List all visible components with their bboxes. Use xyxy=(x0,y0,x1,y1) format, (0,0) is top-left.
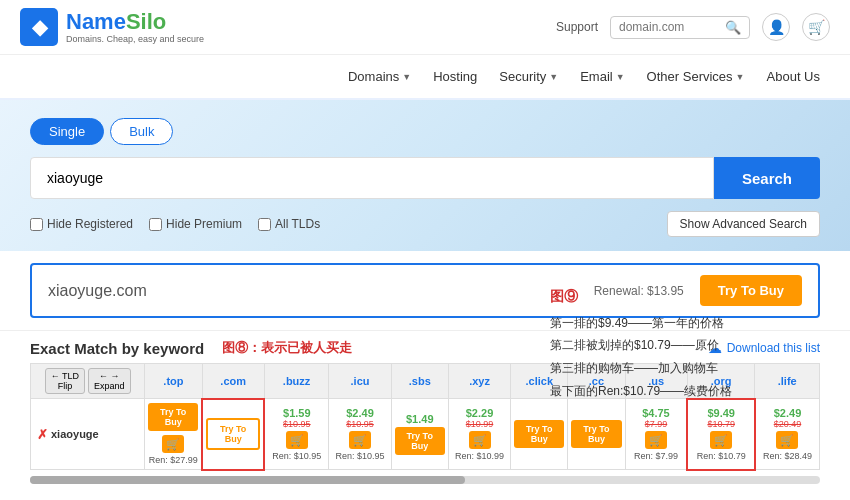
search-button[interactable]: Search xyxy=(714,157,820,199)
nav-bar: Domains▼ Hosting Security▼ Email▼ Other … xyxy=(0,55,850,100)
col-flip-expand: ← TLDFlip ← →Expand xyxy=(31,364,145,399)
cart-btn-org[interactable]: 🛒 xyxy=(710,431,732,449)
logo-icon: ◆ xyxy=(20,8,58,46)
chevron-down-icon: ▼ xyxy=(616,72,625,82)
renewal-text: Renewal: $13.95 xyxy=(594,284,684,298)
try-to-buy-click-button[interactable]: Try To Buy xyxy=(514,420,564,448)
cart-btn-buzz[interactable]: 🛒 xyxy=(286,431,308,449)
try-to-buy-sbs-button[interactable]: Try To Buy xyxy=(395,427,445,455)
price-xyz: $2.29 xyxy=(452,407,507,419)
strike-buzz: $10.95 xyxy=(268,419,325,429)
cart-btn-life[interactable]: 🛒 xyxy=(776,431,798,449)
col-life[interactable]: .life xyxy=(755,364,820,399)
tab-bulk[interactable]: Bulk xyxy=(110,118,173,145)
col-com[interactable]: .com xyxy=(202,364,264,399)
keyword-cell: ✗ xiaoyuge xyxy=(31,399,145,470)
price-cell-xyz: $2.29 $10.99 🛒 Ren: $10.99 xyxy=(448,399,510,470)
filter-row: Hide Registered Hide Premium All TLDs Sh… xyxy=(30,211,820,237)
try-to-buy-top-button[interactable]: Try To Buy xyxy=(148,403,198,431)
strike-icu: $10.95 xyxy=(332,419,387,429)
try-to-buy-cc-button[interactable]: Try To Buy xyxy=(571,420,621,448)
renewal-life: Ren: $28.49 xyxy=(759,451,816,461)
table-row: ✗ xiaoyuge Try To Buy 🛒 Ren: $27.99 Try … xyxy=(31,399,820,470)
results-header-left: Exact Match by keyword 图⑧：表示已被人买走 xyxy=(30,339,352,357)
logo-tagline: Domains. Cheap, easy and secure xyxy=(66,34,204,44)
price-cell-org: $9.49 $10.79 🛒 Ren: $10.79 xyxy=(687,399,755,470)
results-header: Exact Match by keyword 图⑧：表示已被人买走 ☁ Down… xyxy=(30,339,820,357)
strike-xyz: $10.99 xyxy=(452,419,507,429)
advanced-search-button[interactable]: Show Advanced Search xyxy=(667,211,820,237)
top-search-input[interactable] xyxy=(619,20,719,34)
cloud-download-icon: ☁ xyxy=(708,340,722,356)
chevron-down-icon: ▼ xyxy=(549,72,558,82)
logo-area: ◆ NameSilo Domains. Cheap, easy and secu… xyxy=(20,8,204,46)
domain-result-row: xiaoyuge.com Renewal: $13.95 Try To Buy xyxy=(30,263,820,318)
col-top[interactable]: .top xyxy=(145,364,202,399)
price-cell-us: $4.75 $7.99 🛒 Ren: $7.99 xyxy=(625,399,687,470)
cart-btn-xyz[interactable]: 🛒 xyxy=(469,431,491,449)
price-cell-icu: $2.49 $10.95 🛒 Ren: $10.95 xyxy=(329,399,391,470)
nav-item-email[interactable]: Email▼ xyxy=(570,55,634,98)
hide-registered-checkbox[interactable] xyxy=(30,218,43,231)
try-to-buy-main-button[interactable]: Try To Buy xyxy=(700,275,802,306)
col-org[interactable]: .org xyxy=(687,364,755,399)
domain-result-section: xiaoyuge.com Renewal: $13.95 Try To Buy xyxy=(0,251,850,331)
nav-item-other-services[interactable]: Other Services▼ xyxy=(637,55,755,98)
renewal-xyz: Ren: $10.99 xyxy=(452,451,507,461)
price-life: $2.49 xyxy=(759,407,816,419)
price-cell-life: $2.49 $20.49 🛒 Ren: $28.49 xyxy=(755,399,820,470)
expand-button[interactable]: ← →Expand xyxy=(88,368,131,394)
strike-us: $7.99 xyxy=(629,419,684,429)
col-cc[interactable]: .cc xyxy=(568,364,625,399)
price-sbs: $1.49 xyxy=(395,413,445,425)
price-cell-click: Try To Buy xyxy=(511,399,568,470)
try-to-buy-com-button[interactable]: Try To Buy xyxy=(206,418,260,450)
nav-item-domains[interactable]: Domains▼ xyxy=(338,55,421,98)
renewal-icu: Ren: $10.95 xyxy=(332,451,387,461)
cart-icon[interactable]: 🛒 xyxy=(802,13,830,41)
col-xyz[interactable]: .xyz xyxy=(448,364,510,399)
flip-button[interactable]: ← TLDFlip xyxy=(45,368,85,394)
all-tlds-checkbox[interactable] xyxy=(258,218,271,231)
renewal-org: Ren: $10.79 xyxy=(691,451,751,461)
price-buzz: $1.59 xyxy=(268,407,325,419)
tab-single[interactable]: Single xyxy=(30,118,104,145)
search-input[interactable] xyxy=(30,157,714,199)
chevron-down-icon: ▼ xyxy=(736,72,745,82)
user-icon[interactable]: 👤 xyxy=(762,13,790,41)
col-buzz[interactable]: .buzz xyxy=(264,364,328,399)
price-cell-sbs: $1.49 Try To Buy xyxy=(391,399,448,470)
price-us: $4.75 xyxy=(629,407,684,419)
filter-all-tlds[interactable]: All TLDs xyxy=(258,217,320,231)
price-cell-buzz: $1.59 $10.95 🛒 Ren: $10.95 xyxy=(264,399,328,470)
domain-result-right: Renewal: $13.95 Try To Buy xyxy=(594,275,802,306)
search-icon: 🔍 xyxy=(725,20,741,35)
price-cell-cc: Try To Buy xyxy=(568,399,625,470)
cart-btn-us[interactable]: 🛒 xyxy=(645,431,667,449)
hero-section: Single Bulk Search Hide Registered Hide … xyxy=(0,100,850,251)
col-us[interactable]: .us xyxy=(625,364,687,399)
nav-item-about-us[interactable]: About Us xyxy=(757,55,830,98)
logo-name: NameSilo xyxy=(66,10,204,34)
x-mark: ✗ xyxy=(37,427,48,442)
filter-hide-registered[interactable]: Hide Registered xyxy=(30,217,133,231)
price-org: $9.49 xyxy=(691,407,751,419)
strike-life: $20.49 xyxy=(759,419,816,429)
cart-btn-icu[interactable]: 🛒 xyxy=(349,431,371,449)
support-label: Support xyxy=(556,20,598,34)
tld-table-container: ← TLDFlip ← →Expand .top .com .buzz .icu… xyxy=(30,363,820,489)
hide-premium-checkbox[interactable] xyxy=(149,218,162,231)
renewal-top: Ren: $27.99 xyxy=(148,455,198,465)
table-scrollbar[interactable] xyxy=(30,476,820,484)
chevron-down-icon: ▼ xyxy=(402,72,411,82)
renewal-buzz: Ren: $10.95 xyxy=(268,451,325,461)
col-sbs[interactable]: .sbs xyxy=(391,364,448,399)
nav-item-hosting[interactable]: Hosting xyxy=(423,55,487,98)
top-search-bar[interactable]: 🔍 xyxy=(610,16,750,39)
nav-item-security[interactable]: Security▼ xyxy=(489,55,568,98)
col-icu[interactable]: .icu xyxy=(329,364,391,399)
col-click[interactable]: .click xyxy=(511,364,568,399)
filter-hide-premium[interactable]: Hide Premium xyxy=(149,217,242,231)
download-list-button[interactable]: ☁ Download this list xyxy=(708,340,820,356)
cart-btn-top[interactable]: 🛒 xyxy=(162,435,184,453)
